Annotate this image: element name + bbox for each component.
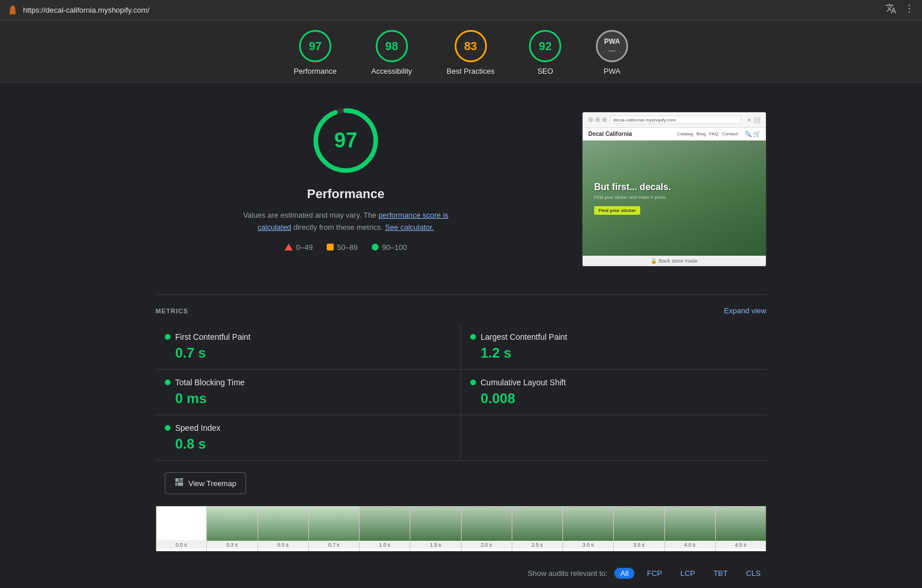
filmstrip-ts-10: 4.0 s [665,541,715,549]
filmstrip-ts-9: 3.5 s [614,541,664,549]
screenshot-mockup: Decal California Catalog Blog FAQ Contac… [583,128,766,266]
score-tabs: 97 Performance 98 Accessibility 83 Best … [0,21,922,83]
filmstrip-frame-7: 2.5 s [512,506,563,551]
browser-bar: https://decal-california.myshopify.com/ [0,0,922,21]
svg-rect-7 [180,480,183,481]
translate-icon[interactable] [885,3,897,17]
metrics-grid: First Contentful Paint 0.7 s Largest Con… [156,324,766,461]
filmstrip-ts-3: 0.7 s [309,541,359,549]
filmstrip-frame-6: 2.0 s [462,506,512,551]
metric-speed-index: Speed Index 0.8 s [156,415,461,461]
cls-label: Cumulative Layout Shift [481,378,566,387]
performance-label: Performance [294,67,337,75]
expand-view-button[interactable]: Expand view [724,306,766,315]
svg-rect-8 [175,483,177,486]
legend-average: 50–89 [327,243,358,252]
audit-filter-cls[interactable]: CLS [740,568,766,579]
average-icon [327,244,334,251]
see-calculator-link[interactable]: See calculator. [385,223,434,232]
filmstrip-ts-6: 2.0 s [462,541,512,549]
lcp-label: Largest Contentful Paint [481,332,567,342]
audit-filter-tbt[interactable]: TBT [708,568,734,579]
screenshot-dots [588,117,607,122]
svg-point-1 [909,8,910,10]
screenshot-header: decal-california.myshopify.com ✕ ⬜ [583,112,766,128]
performance-large-score: 97 [334,128,357,153]
metric-cls: Cumulative Layout Shift 0.008 [461,370,766,415]
svg-rect-5 [175,478,179,481]
lcp-indicator [470,334,476,340]
filmstrip-frame-8: 3.0 s [563,506,614,551]
screenshot-cta-btn: Find your sticker [594,206,640,215]
audit-filter-lcp[interactable]: LCP [675,568,701,579]
filmstrip-ts-4: 1.0 s [360,541,410,549]
seo-score-circle: 92 [529,30,561,62]
metric-lcp: Largest Contentful Paint 1.2 s [461,324,766,370]
si-value: 0.8 s [165,436,451,452]
svg-point-0 [909,5,910,6]
screenshot-content: But first... decals. Find your sticker a… [583,141,766,256]
audit-filter-label: Show audits relevant to: [528,569,608,578]
metric-tbt: Total Blocking Time 0 ms [156,370,461,415]
performance-title: Performance [307,187,385,202]
tab-accessibility[interactable]: 98 Accessibility [371,30,412,75]
filmstrip-ts-2: 0.5 s [258,541,308,549]
filmstrip-frame-0: 0.0 s [156,506,207,551]
audit-filter: Show audits relevant to: All FCP LCP TBT… [156,563,766,583]
seo-label: SEO [537,67,553,75]
tbt-value: 0 ms [165,390,451,407]
accessibility-score-circle: 98 [376,30,408,62]
browser-actions [885,3,915,17]
main-content: 97 Performance Values are estimated and … [144,83,778,588]
screenshot-container: decal-california.myshopify.com ✕ ⬜ Decal… [582,112,766,267]
performance-score-circle: 97 [299,30,331,62]
performance-hero: 97 Performance Values are estimated and … [156,106,766,267]
filmstrip-frame-10: 4.0 s [665,506,716,551]
tbt-label: Total Blocking Time [175,378,245,387]
filmstrip: 0.0 s 0.3 s 0.5 s 0.7 s 1.0 s 1.5 s [156,506,766,552]
fail-icon [285,244,293,251]
svg-point-2 [909,12,910,13]
tab-pwa[interactable]: PWA — PWA [596,30,628,75]
screenshot-headline: But first... decals. [594,182,754,192]
treemap-label: View Treemap [188,479,236,488]
best-practices-score-circle: 83 [455,30,487,62]
audit-filter-all[interactable]: All [614,568,634,579]
fcp-value: 0.7 s [165,345,451,361]
pwa-score-circle: PWA — [596,30,628,62]
legend-fail: 0–49 [285,243,313,252]
filmstrip-ts-8: 3.0 s [563,541,613,549]
metrics-section: METRICS Expand view First Contentful Pai… [156,294,766,583]
metric-empty [461,415,766,461]
filmstrip-frame-9: 3.5 s [614,506,664,551]
filmstrip-ts-5: 1.5 s [410,541,460,549]
treemap-icon [175,477,184,489]
tab-best-practices[interactable]: 83 Best Practices [447,30,494,75]
browser-url: https://decal-california.myshopify.com/ [23,6,885,14]
screenshot-sub: Find your sticker and make it yours. [594,195,754,200]
si-label: Speed Index [175,423,221,433]
dot-1 [588,117,593,122]
tab-seo[interactable]: 92 SEO [529,30,561,75]
menu-icon[interactable] [904,3,915,17]
filmstrip-frame-4: 1.0 s [360,506,410,551]
screenshot-nav: Decal California Catalog Blog FAQ Contac… [583,128,766,141]
view-treemap-button[interactable]: View Treemap [165,472,246,494]
svg-rect-9 [177,483,183,486]
lcp-value: 1.2 s [470,345,757,361]
tbt-indicator [165,380,171,385]
dot-2 [595,117,600,122]
pass-icon [372,244,379,251]
best-practices-label: Best Practices [447,67,494,75]
metrics-title: METRICS [156,308,188,314]
filmstrip-ts-1: 0.3 s [207,541,257,549]
fcp-indicator [165,334,171,340]
filmstrip-frame-5: 1.5 s [410,506,461,551]
audit-filter-fcp[interactable]: FCP [641,568,668,579]
screenshot-footer: 🔒 Back store made [583,256,766,266]
filmstrip-frame-1: 0.3 s [207,506,258,551]
tab-performance[interactable]: 97 Performance [294,30,337,75]
metrics-header: METRICS Expand view [156,306,766,315]
fail-range: 0–49 [296,243,313,252]
legend-pass: 90–100 [372,243,407,252]
